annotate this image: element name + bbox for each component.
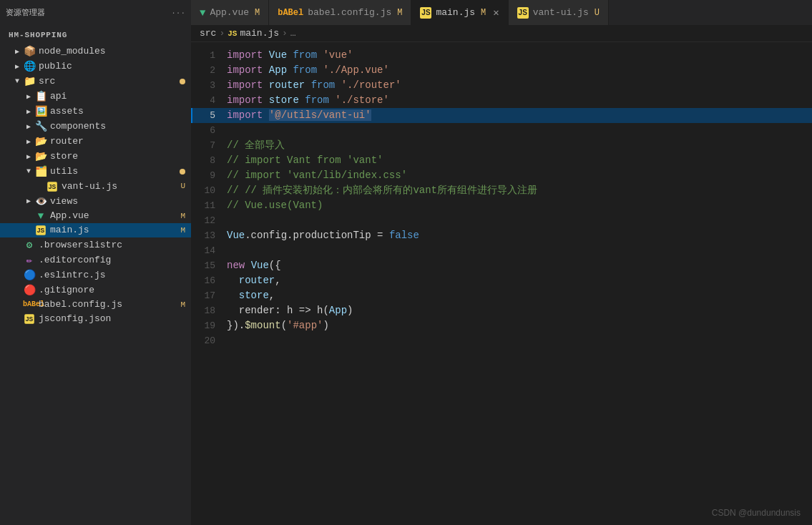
line-number: 9	[191, 168, 227, 183]
folder-icon: 📦	[23, 45, 36, 57]
code-line-17: 17 store,	[191, 288, 812, 303]
sidebar-item-eslintrc[interactable]: 🔵 .eslintrc.js	[0, 268, 191, 283]
line-content: router,	[227, 273, 812, 288]
project-title: HM-SHOPPING	[0, 25, 191, 44]
folder-icon: 📂	[34, 135, 47, 147]
sidebar-item-node-modules[interactable]: ▶ 📦 node_modules	[0, 44, 191, 59]
tab-badge: M	[397, 8, 402, 18]
sidebar-item-app-vue[interactable]: ▼ App.vue M	[0, 209, 191, 223]
code-line-3: 3 import router from './router'	[191, 78, 812, 93]
sidebar-item-public[interactable]: ▶ 🌐 public	[0, 59, 191, 74]
line-content	[227, 243, 812, 258]
sidebar-item-editorconfig[interactable]: ✏️ .editorconfig	[0, 252, 191, 268]
tab-badge: M	[481, 8, 486, 18]
line-number: 18	[191, 303, 227, 318]
tab-vant-ui[interactable]: JS vant-ui.js U	[509, 0, 609, 25]
folder-icon: 📋	[34, 90, 47, 102]
breadcrumb-filename: main.js	[240, 28, 279, 39]
modified-dot	[180, 169, 185, 175]
code-line-20: 20	[191, 333, 812, 348]
sidebar-item-views[interactable]: ▶ 👁️ views	[0, 194, 191, 209]
sidebar-header: 资源管理器 ···	[0, 0, 191, 25]
folder-icon: 📁	[23, 75, 36, 87]
tabs-container: ▼ App.vue M bABel babel.config.js M JS m…	[191, 0, 812, 25]
vue-file-icon: ▼	[34, 210, 47, 222]
sidebar-item-babel-config[interactable]: bABel babel.config.js M	[0, 298, 191, 311]
breadcrumb-src: src	[200, 28, 216, 39]
sidebar-item-label: App.vue	[47, 210, 180, 221]
main-layout: HM-SHOPPING ▶ 📦 node_modules ▶ 🌐 public …	[0, 25, 812, 525]
git-icon: 🔴	[23, 284, 36, 296]
code-line-1: 1 import Vue from 'vue'	[191, 48, 812, 63]
modified-dot	[180, 79, 185, 84]
line-content	[227, 213, 812, 228]
line-content: store,	[227, 288, 812, 303]
js-file-icon: JS	[23, 313, 36, 325]
line-content: // import 'vant/lib/index.css'	[227, 168, 812, 183]
sidebar-item-label: src	[36, 76, 180, 87]
tab-label: main.js	[436, 7, 475, 18]
tab-badge: M	[255, 8, 260, 18]
tab-main-js[interactable]: JS main.js M ✕	[411, 0, 508, 25]
code-line-11: 11 // Vue.use(Vant)	[191, 198, 812, 213]
line-content: Vue.config.productionTip = false	[227, 228, 812, 243]
sidebar-item-label: node_modules	[36, 46, 191, 57]
breadcrumb: src › JS main.js › …	[191, 25, 812, 42]
line-content: new Vue({	[227, 258, 812, 273]
sidebar-item-jsconfig[interactable]: JS jsconfig.json	[0, 311, 191, 326]
sidebar-item-api[interactable]: ▶ 📋 api	[0, 89, 191, 104]
babel-icon: bABel	[23, 300, 36, 308]
sidebar-item-router[interactable]: ▶ 📂 router	[0, 134, 191, 149]
tab-app-vue[interactable]: ▼ App.vue M	[191, 0, 269, 25]
sidebar-item-utils[interactable]: ▼ 🗂️ utils	[0, 164, 191, 179]
sidebar-header-label: 资源管理器	[6, 7, 45, 18]
folder-icon: 🌐	[23, 60, 36, 72]
chevron-right-icon: ▶	[23, 152, 34, 161]
folder-icon: 🔧	[34, 120, 47, 132]
sidebar-item-label: views	[47, 196, 191, 207]
sidebar-item-label: store	[47, 151, 191, 162]
code-editor[interactable]: 1 import Vue from 'vue' 2 import App fro…	[191, 42, 812, 525]
line-number: 17	[191, 288, 227, 303]
js-file-icon: JS	[34, 225, 47, 237]
line-content: // import Vant from 'vant'	[227, 153, 812, 168]
chevron-right-icon: ▶	[23, 197, 34, 205]
sidebar-item-label: vant-ui.js	[59, 181, 180, 192]
sidebar-item-browserslistrc[interactable]: ⚙️ .browserslistrc	[0, 237, 191, 252]
sidebar-item-vant-ui[interactable]: JS vant-ui.js U	[0, 179, 191, 194]
sidebar-item-label: main.js	[47, 225, 180, 235]
code-line-2: 2 import App from './App.vue'	[191, 63, 812, 78]
js-file-icon: JS	[46, 180, 59, 192]
sidebar-item-gitignore[interactable]: 🔴 .gitignore	[0, 283, 191, 298]
folder-icon: 🗂️	[34, 165, 47, 177]
code-line-19: 19 }).$mount('#app')	[191, 318, 812, 333]
tab-close-button[interactable]: ✕	[493, 6, 499, 19]
line-content: import router from './router'	[227, 78, 812, 93]
line-content: render: h => h(App)	[227, 303, 812, 318]
more-icon[interactable]: ···	[171, 9, 185, 17]
line-number: 3	[191, 78, 227, 93]
sidebar-item-components[interactable]: ▶ 🔧 components	[0, 119, 191, 134]
sidebar-item-label: api	[47, 91, 191, 102]
sidebar-item-label: public	[36, 61, 191, 72]
line-content: import Vue from 'vue'	[227, 48, 812, 63]
line-number: 5	[191, 108, 227, 123]
sidebar-item-main-js[interactable]: JS main.js M	[0, 223, 191, 238]
code-line-8: 8 // import Vant from 'vant'	[191, 153, 812, 168]
breadcrumb-js-badge: JS	[228, 29, 237, 38]
chevron-down-icon: ▼	[11, 77, 23, 85]
sidebar-item-src[interactable]: ▼ 📁 src	[0, 74, 191, 89]
line-number: 19	[191, 318, 227, 333]
breadcrumb-sep: ›	[219, 28, 225, 39]
sidebar-item-assets[interactable]: ▶ 🖼️ assets	[0, 104, 191, 119]
sidebar-item-store[interactable]: ▶ 📂 store	[0, 149, 191, 164]
code-line-9: 9 // import 'vant/lib/index.css'	[191, 168, 812, 183]
js-icon: JS	[517, 7, 529, 19]
tab-babel-config[interactable]: bABel babel.config.js M	[269, 0, 411, 25]
file-badge: M	[180, 300, 185, 309]
line-number: 1	[191, 48, 227, 63]
line-content: // 全部导入	[227, 138, 812, 153]
line-number: 10	[191, 183, 227, 198]
line-number: 11	[191, 198, 227, 213]
file-badge: M	[180, 226, 185, 235]
